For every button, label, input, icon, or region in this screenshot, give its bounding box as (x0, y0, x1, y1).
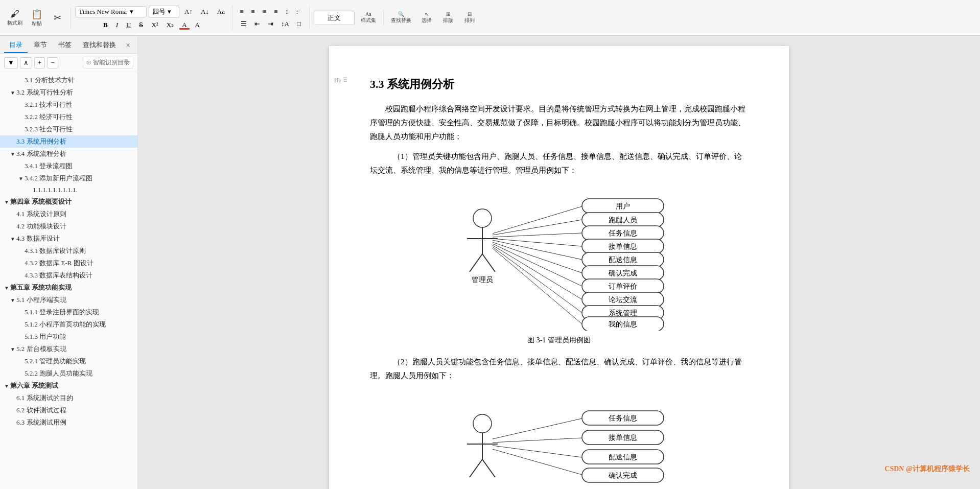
toc-item[interactable]: 5.1.2 小程序首页功能的实现 (0, 318, 137, 331)
toc-item[interactable]: ▼第四章 系统概要设计 (0, 196, 137, 208)
font-decrease-button[interactable]: A↓ (198, 7, 212, 17)
clear-format-button[interactable]: Aa (214, 7, 228, 17)
toc-item[interactable]: ▼3.4.2 添加新用户流程图 (0, 172, 137, 184)
toc-item[interactable]: ▼5.1 小程序端实现 (0, 294, 137, 306)
find-replace-label: 查找替换 (391, 17, 411, 24)
toc-item[interactable]: ▼4.3 数据库设计 (0, 232, 137, 245)
superscript-button[interactable]: X² (148, 20, 161, 30)
table-label: 排版 (443, 17, 453, 24)
toc-item[interactable]: 3.1 分析技术方针 (0, 74, 137, 86)
toc-item[interactable]: 1.1.1.1.1.1.1.1.1. (0, 184, 137, 196)
numbering-button[interactable]: := (293, 7, 305, 17)
size-dropdown-icon[interactable]: ▾ (168, 8, 171, 16)
toc-item[interactable]: ▼第六章 系统测试 (0, 380, 137, 392)
svg-point-36 (473, 414, 492, 433)
style-selector[interactable]: 正文 (314, 11, 355, 25)
justify-button[interactable]: ≡ (271, 7, 281, 17)
sidebar-close-button[interactable]: × (123, 40, 133, 51)
format-brush-button[interactable]: 🖌 格式刷 (4, 7, 26, 28)
font-family-selector[interactable]: Times New Roma ▾ (75, 6, 147, 17)
sidebar-tab-find[interactable]: 查找和替换 (78, 38, 121, 53)
select-button[interactable]: ↖ 选择 (417, 10, 436, 26)
svg-text:系统管理: 系统管理 (609, 309, 637, 317)
toc-item[interactable]: 6.3 系统测试用例 (0, 416, 137, 429)
font-size-selector[interactable]: 四号 ▾ (149, 6, 179, 18)
toc-item[interactable]: 3.2.1 技术可行性 (0, 99, 137, 111)
underline-button[interactable]: U (123, 20, 134, 30)
toc-item[interactable]: 4.3.3 数据库表结构设计 (0, 269, 137, 282)
italic-button[interactable]: I (113, 20, 121, 30)
svg-text:配送信息: 配送信息 (609, 453, 637, 461)
find-section: 🔍 查找替换 ↖ 选择 ⊞ 排版 ⊟ 排列 (388, 10, 479, 26)
toc-item[interactable]: 4.3.2 数据库 E-R 图设计 (0, 257, 137, 269)
svg-line-3 (470, 254, 482, 272)
toc-item[interactable]: 5.1.3 用户功能 (0, 331, 137, 343)
svg-line-41 (493, 418, 582, 439)
svg-text:我的信息: 我的信息 (609, 320, 637, 328)
toc-item[interactable]: 6.2 软件测试过程 (0, 404, 137, 416)
toc-item[interactable]: 5.2.2 跑腿人员功能实现 (0, 367, 137, 380)
svg-line-44 (493, 449, 582, 475)
collapse-all-button[interactable]: ▼ (4, 57, 18, 68)
toc-item[interactable]: 3.2.3 社会可行性 (0, 123, 137, 135)
toc-item[interactable]: 5.1.1 登录注册界面的实现 (0, 306, 137, 318)
diagram-1-container: 管理员 用户 跑腿人员 (370, 188, 748, 345)
paste-button[interactable]: 📋 粘贴 (28, 7, 46, 29)
font-group: Times New Roma ▾ 四号 ▾ A↑ A↓ Aa B I U S̶ … (75, 6, 232, 30)
sidebar-tab-toc[interactable]: 目录 (4, 38, 28, 53)
scissors-button[interactable]: ✂ (48, 11, 66, 25)
find-replace-button[interactable]: 🔍 查找替换 (388, 10, 414, 26)
toc-item[interactable]: 3.3 系统用例分析 (0, 135, 137, 148)
svg-line-9 (493, 239, 582, 246)
svg-line-42 (493, 438, 582, 443)
subscript-button[interactable]: X₂ (164, 20, 177, 30)
line-spacing-button[interactable]: ↕ (282, 7, 292, 17)
toc-item[interactable]: 3.2.2 经济可行性 (0, 111, 137, 123)
table-icon: ⊞ (446, 11, 450, 17)
highlight-button[interactable]: A (192, 20, 203, 30)
add-item-button[interactable]: + (34, 57, 45, 68)
toc-item[interactable]: ▼5.2 后台模板实现 (0, 343, 137, 355)
font-dropdown-icon[interactable]: ▾ (130, 8, 133, 16)
border-button[interactable]: □ (294, 19, 304, 29)
table-layout-button[interactable]: ⊞ 排版 (439, 10, 457, 26)
strikethrough-button[interactable]: S̶ (136, 20, 146, 30)
align-left-button[interactable]: ≡ (237, 7, 246, 17)
align-icon: ⊟ (468, 11, 472, 17)
bullets-button[interactable]: ☰ (238, 19, 250, 29)
indent-left-button[interactable]: ⇤ (251, 19, 263, 29)
svg-line-4 (482, 254, 495, 272)
toc-item[interactable]: 4.2 功能模块设计 (0, 220, 137, 232)
select-icon: ↖ (425, 11, 429, 17)
font-increase-button[interactable]: A↑ (181, 7, 196, 17)
align-right-button[interactable]: ≡ (260, 7, 269, 17)
format-group: 🖌 格式刷 📋 粘贴 ✂ (4, 7, 71, 29)
toc-item[interactable]: 4.3.1 数据库设计原则 (0, 245, 137, 257)
remove-item-button[interactable]: − (47, 57, 58, 68)
format-brush-label: 格式刷 (7, 19, 22, 27)
toc-item[interactable]: ▼第五章 系统功能实现 (0, 282, 137, 294)
toolbar: 🖌 格式刷 📋 粘贴 ✂ Times New Roma ▾ 四号 ▾ A↑ A↓… (0, 0, 980, 36)
toc-item[interactable]: 3.4.1 登录流程图 (0, 160, 137, 172)
toc-item[interactable]: ▼3.2 系统可行性分析 (0, 86, 137, 99)
bold-button[interactable]: B (100, 20, 111, 30)
toc-item[interactable]: 4.1 系统设计原则 (0, 208, 137, 220)
sidebar-tab-bookmark[interactable]: 书签 (53, 38, 77, 53)
paragraph-1: 校园跑腿小程序综合网络空间开发设计要求。目的是将传统管理方式转换为在网上管理，完… (370, 102, 748, 144)
indent-right-button[interactable]: ⇥ (265, 19, 276, 29)
sidebar-tab-chapter[interactable]: 章节 (29, 38, 52, 53)
align-label: 排列 (464, 17, 475, 24)
font-color-button[interactable]: A (179, 20, 190, 30)
ai-recognition-button[interactable]: ⊙ 智能识别目录 (83, 57, 133, 68)
scroll-up-button[interactable]: ∧ (20, 57, 32, 68)
style-set-label: 样式集 (361, 17, 376, 24)
svg-line-7 (493, 220, 582, 235)
align-layout-button[interactable]: ⊟ 排列 (460, 10, 479, 26)
paste-icon: 📋 (31, 9, 42, 20)
toc-item[interactable]: 5.2.1 管理员功能实现 (0, 355, 137, 367)
align-center-button[interactable]: ≡ (248, 7, 258, 17)
sort-button[interactable]: ↕A (278, 19, 292, 29)
toc-item[interactable]: 6.1 系统测试的目的 (0, 392, 137, 404)
style-set-button[interactable]: Aa 样式集 (358, 10, 379, 26)
toc-item[interactable]: ▼3.4 系统流程分析 (0, 148, 137, 160)
